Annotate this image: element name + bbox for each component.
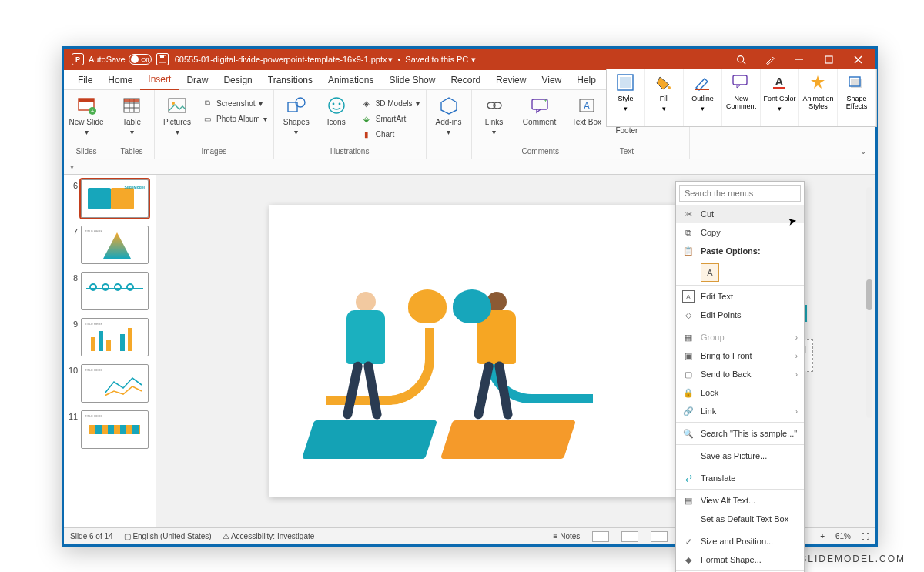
mini-toolbar: Style▾ Fill▾ Outline▾ New Comment AFont … [606, 69, 877, 127]
thumbnail-10[interactable]: TITLE HERE [81, 364, 149, 403]
shape-effects-button[interactable]: Shape Effects [838, 69, 876, 126]
menu-cut[interactable]: ✂Cut [676, 205, 804, 223]
pictures-button[interactable]: Pictures▾ [159, 93, 195, 146]
accessibility-status[interactable]: ⚠ Accessibility: Investigate [223, 532, 315, 540]
format-shape-icon: ◆ [682, 554, 695, 566]
tab-slideshow[interactable]: Slide Show [381, 70, 443, 90]
search-icon[interactable] [726, 49, 755, 70]
language-status[interactable]: ▢ English (United States) [124, 532, 212, 540]
ribbon-collapse-icon[interactable]: ⌄ [860, 147, 866, 156]
svg-rect-39 [695, 89, 709, 90]
fit-to-window-button[interactable]: ⛶ [862, 532, 869, 540]
style-button[interactable]: Style▾ [607, 69, 645, 126]
menu-smart-search[interactable]: 🔍Search "This is sample..." [676, 424, 804, 443]
new-comment-button[interactable]: New Comment [722, 69, 761, 126]
tab-help[interactable]: Help [569, 70, 604, 90]
svg-rect-5 [825, 56, 832, 63]
menu-size-position[interactable]: ⤢Size and Position... [676, 532, 804, 550]
tab-insert[interactable]: Insert [140, 70, 179, 90]
text-box-button[interactable]: A Text Box [569, 93, 604, 146]
svg-marker-25 [441, 98, 457, 114]
tab-review[interactable]: Review [488, 70, 534, 90]
screenshot-button[interactable]: ⧉Screenshot ▾ [199, 96, 269, 110]
thumbnail-8[interactable] [81, 272, 149, 310]
font-color-button[interactable]: AFont Color▾ [761, 69, 799, 126]
autosave-toggle[interactable]: AutoSave Off [89, 54, 152, 65]
autosave-pill[interactable]: Off [129, 54, 152, 65]
reading-view-button[interactable] [651, 531, 668, 542]
thumbnail-6[interactable]: SlideModel [81, 179, 149, 218]
addins-button[interactable]: Add-ins▾ [431, 93, 467, 146]
close-button[interactable] [843, 49, 872, 70]
links-button[interactable]: Links▾ [477, 93, 512, 146]
group-illustrations-label: Illustrations [279, 146, 421, 159]
alt-text-icon: ▤ [682, 494, 695, 507]
menu-group: ▦Group› [676, 328, 804, 346]
photo-album-button[interactable]: ▭Photo Album ▾ [199, 112, 269, 125]
comment-button[interactable]: + Comment [522, 93, 557, 146]
tab-view[interactable]: View [534, 70, 569, 90]
table-button[interactable]: Table▾ [114, 93, 149, 146]
3d-models-button[interactable]: ◈3D Models ▾ [359, 96, 421, 110]
animation-styles-button[interactable]: Animation Styles [799, 69, 838, 126]
thumbnail-9[interactable]: TITLE HERE [81, 318, 149, 356]
menu-edit-text[interactable]: AEdit Text [676, 287, 804, 306]
scrollbar-thumb[interactable] [866, 279, 872, 310]
maximize-button[interactable] [814, 49, 843, 70]
chart-button[interactable]: ▮Chart [359, 127, 421, 141]
outline-button[interactable]: Outline▾ [684, 69, 722, 126]
menu-copy[interactable]: ⧉Copy [676, 223, 804, 242]
fill-icon [655, 74, 674, 92]
fill-button[interactable]: Fill▾ [645, 69, 684, 126]
menu-view-alt-text[interactable]: ▤View Alt Text... [676, 491, 804, 510]
svg-rect-1 [160, 55, 164, 58]
effects-icon [848, 74, 866, 92]
tab-file[interactable]: File [70, 70, 100, 90]
thumbnail-11[interactable]: TITLE HERE [81, 410, 149, 449]
minimize-button[interactable] [785, 49, 814, 70]
svg-rect-37 [620, 77, 631, 88]
tab-transitions[interactable]: Transitions [260, 70, 320, 90]
pen-icon[interactable] [755, 49, 785, 70]
tab-home[interactable]: Home [100, 70, 140, 90]
icons-button[interactable]: Icons [319, 93, 354, 146]
tab-draw[interactable]: Draw [179, 70, 216, 90]
menu-save-as-picture[interactable]: Save as Picture... [676, 447, 804, 465]
sorter-view-button[interactable] [621, 531, 638, 542]
tab-record[interactable]: Record [443, 70, 488, 90]
svg-point-22 [329, 98, 344, 113]
slide-thumbnail-pane[interactable]: 6SlideModel 7TITLE HERE 8 9TITLE HERE 10… [64, 175, 156, 527]
svg-rect-40 [733, 75, 747, 85]
new-comment-icon [732, 74, 751, 92]
zoom-in-button[interactable]: + [820, 532, 825, 540]
menu-set-default-textbox[interactable]: Set as Default Text Box [676, 510, 804, 528]
paste-keep-text-icon[interactable]: A [701, 263, 719, 282]
new-slide-button[interactable]: + New Slide▾ [69, 93, 104, 146]
menu-paste-options: 📋Paste Options: [676, 242, 804, 260]
pictures-icon [166, 95, 188, 116]
smartart-button[interactable]: ⬙SmartArt [359, 112, 421, 125]
menu-search-input[interactable] [679, 185, 801, 202]
menu-link[interactable]: 🔗Link› [676, 402, 804, 420]
notes-button[interactable]: ≡ Notes [554, 532, 581, 540]
menu-edit-points[interactable]: ◇Edit Points [676, 306, 804, 324]
vertical-scrollbar[interactable] [866, 187, 872, 418]
menu-send-to-back[interactable]: ▢Send to Back› [676, 365, 804, 383]
group-comments-label: Comments [522, 146, 559, 159]
menu-lock[interactable]: 🔒Lock [676, 383, 804, 402]
cut-icon: ✂ [682, 208, 695, 220]
menu-translate[interactable]: ⇄Translate [676, 469, 804, 487]
menu-format-shape[interactable]: ◆Format Shape... [676, 550, 804, 569]
shapes-button[interactable]: Shapes▾ [279, 93, 314, 146]
tab-design[interactable]: Design [216, 70, 259, 90]
textbox-icon: A [576, 95, 598, 116]
zoom-level[interactable]: 61% [835, 532, 851, 540]
save-icon[interactable] [156, 53, 169, 65]
group-images-label: Images [159, 146, 269, 159]
tab-animations[interactable]: Animations [320, 70, 381, 90]
copy-icon: ⧉ [682, 226, 695, 239]
menu-bring-to-front[interactable]: ▣Bring to Front› [676, 346, 804, 365]
thumbnail-7[interactable]: TITLE HERE [81, 226, 149, 264]
normal-view-button[interactable] [592, 531, 609, 542]
slide-count[interactable]: Slide 6 of 14 [70, 532, 113, 540]
